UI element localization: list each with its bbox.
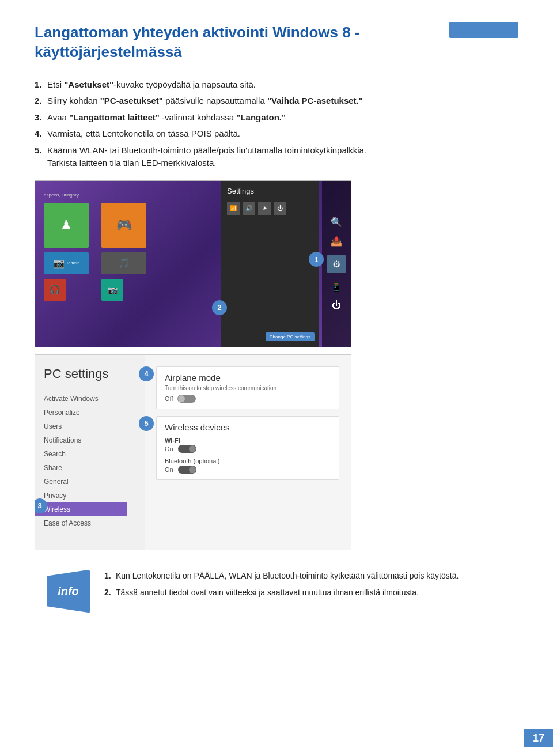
info-num-1: 1. (104, 570, 116, 582)
power-settings-icon: ⏻ (274, 202, 286, 215)
volume-settings-icon: 🔊 (243, 202, 255, 215)
menu-notifications: Notifications (44, 433, 136, 447)
menu-share: Share (44, 461, 136, 475)
wireless-devices-title: Wireless devices (165, 422, 331, 432)
wireless-menu-area: 3 Wireless (44, 502, 136, 516)
wifi-toggle[interactable] (178, 445, 196, 453)
step-num-5: 5. (35, 144, 47, 170)
step-4: 4. Varmista, että Lentokonetila on tässä… (35, 127, 518, 141)
toggle-knob (178, 395, 185, 402)
wifi-status: On (165, 445, 173, 452)
win8-right-area: Settings 📶 🔊 ☀ ⏻ 2 Change PC settings 🔍 … (162, 181, 351, 347)
badge-1: 1 (309, 252, 324, 267)
menu-search: Search (44, 447, 136, 461)
airplane-mode-toggle[interactable] (177, 395, 196, 403)
step-text-3: Avaa "Langattomat laitteet" -valinnat ko… (47, 111, 518, 124)
wifi-toggle-row: On (165, 445, 331, 453)
step-num-2: 2. (35, 94, 47, 108)
bt-toggle[interactable] (178, 466, 196, 474)
info-text-2: Tässä annetut tiedot ovat vain viitteeks… (116, 587, 419, 599)
step-5: 5. Käännä WLAN- tai Bluetooth-toiminto p… (35, 144, 518, 170)
page-number: 17 (524, 729, 553, 747)
airplane-mode-status: Off (165, 395, 173, 402)
share-charm-icon: 📤 (331, 236, 342, 247)
metro-tile-5: 📷 (101, 279, 123, 301)
step-num-3: 3. (35, 111, 47, 124)
menu-general: General (44, 475, 136, 489)
airplane-mode-desc: Turn this on to stop wireless communicat… (165, 385, 331, 391)
info-note-1: 1. Kun Lentokonetila on PÄÄLLÄ, WLAN ja … (104, 570, 506, 582)
step-1: 1. Etsi "Asetukset"-kuvake työpöydältä j… (35, 78, 518, 92)
charm-settings-panel: Settings 📶 🔊 ☀ ⏻ 2 Change PC settings (221, 181, 319, 347)
bt-toggle-knob (189, 466, 196, 473)
title-line2: käyttöjärjestelmässä (35, 43, 182, 61)
step-text-4: Varmista, että Lentokonetila on tässä PO… (47, 127, 518, 141)
metro-tile-1: 🎮 (101, 203, 146, 248)
step-text-5: Käännä WLAN- tai Bluetooth-toiminto pääl… (47, 144, 518, 170)
metro-tiles-area: aspeed, Hungary ♟ 🎮 📷 Camera 🎵 🎧 📷 (35, 181, 162, 347)
settings-icon-row: 📶 🔊 ☀ ⏻ (227, 202, 313, 215)
settings-divider (227, 222, 313, 222)
metro-tile-0: ♟ (44, 203, 89, 248)
info-icon-area: info (47, 570, 93, 616)
settings-panel-header: Settings (227, 187, 313, 195)
search-charm-icon: 🔍 (331, 217, 342, 228)
pc-settings-content: 4 Airplane mode Turn this on to stop wir… (145, 355, 351, 550)
info-section: info 1. Kun Lentokonetila on PÄÄLLÄ, WLA… (35, 561, 518, 625)
win8-screenshot: aspeed, Hungary ♟ 🎮 📷 Camera 🎵 🎧 📷 (35, 180, 351, 347)
airplane-mode-box: Airplane mode Turn this on to stop wirel… (156, 366, 339, 409)
bt-label: Bluetooth (optional) (165, 458, 331, 464)
airplane-mode-title: Airplane mode (165, 373, 331, 383)
badge-5: 5 (139, 416, 154, 431)
step-text-2: Siirry kohdan "PC-asetukset" pääsivulle … (47, 94, 518, 108)
metro-tile-3: 🎵 (101, 252, 146, 274)
step-2: 2. Siirry kohdan "PC-asetukset" pääsivul… (35, 94, 518, 108)
step-num-1: 1. (35, 78, 47, 92)
menu-privacy: Privacy (44, 489, 136, 502)
menu-personalize: Personalize (44, 406, 136, 419)
wifi-label: Wi-Fi (165, 437, 331, 444)
pc-settings-title: PC settings (44, 366, 136, 381)
pc-settings-screenshot: PC settings Activate Windows Personalize… (35, 354, 351, 550)
info-text-area: 1. Kun Lentokonetila on PÄÄLLÄ, WLAN ja … (104, 570, 506, 616)
steps-list: 1. Etsi "Asetukset"-kuvake työpöydältä j… (35, 78, 518, 170)
blue-accent-rect (449, 22, 518, 38)
settings-charm-icon: ⚙ (327, 255, 346, 273)
power-charm-icon: ⏻ (332, 300, 341, 311)
win8-screen: aspeed, Hungary ♟ 🎮 📷 Camera 🎵 🎧 📷 (35, 181, 351, 347)
wireless-devices-box: Wireless devices Wi-Fi On Bluetooth (opt… (156, 416, 339, 480)
menu-ease-of-access: Ease of Access (44, 516, 136, 530)
step-num-4: 4. (35, 127, 47, 141)
pc-settings-sidebar: PC settings Activate Windows Personalize… (35, 355, 145, 550)
info-text-1: Kun Lentokonetila on PÄÄLLÄ, WLAN ja Blu… (116, 570, 459, 582)
settings-charm-area: 1 ⚙ (327, 255, 346, 273)
bt-toggle-row: On (165, 466, 331, 474)
bt-status: On (165, 466, 173, 473)
title-line1: Langattoman yhteyden aktivointi Windows … (35, 24, 360, 41)
wifi-settings-icon: 📶 (227, 202, 240, 215)
change-pc-settings-btn[interactable]: Change PC settings (266, 332, 315, 341)
step-3: 3. Avaa "Langattomat laitteet" -valinnat… (35, 111, 518, 124)
wifi-toggle-knob (189, 445, 196, 452)
info-logo-text: info (58, 585, 79, 598)
metro-tile-4: 🎧 (44, 279, 66, 301)
devices-charm-icon: 📱 (331, 281, 342, 292)
info-arrow-shape: info (47, 570, 90, 613)
info-note-2: 2. Tässä annetut tiedot ovat vain viitte… (104, 587, 506, 599)
location-label: aspeed, Hungary (44, 192, 156, 198)
menu-users: Users (44, 419, 136, 433)
badge-4: 4 (139, 366, 154, 381)
page-title: Langattoman yhteyden aktivointi Windows … (35, 23, 518, 62)
wireless-devices-section: 5 Wireless devices Wi-Fi On Bluetooth (o… (156, 416, 339, 480)
charm-bar: 🔍 📤 1 ⚙ 📱 ⏻ (322, 181, 351, 347)
menu-wireless-active[interactable]: Wireless (35, 502, 127, 516)
info-num-2: 2. (104, 587, 116, 599)
menu-activate-windows: Activate Windows (44, 392, 136, 406)
airplane-mode-section: 4 Airplane mode Turn this on to stop wir… (156, 366, 339, 409)
step-text-1: Etsi "Asetukset"-kuvake työpöydältä ja n… (47, 78, 518, 92)
badge-2: 2 (212, 300, 227, 315)
brightness-settings-icon: ☀ (258, 202, 271, 215)
airplane-mode-toggle-row: Off (165, 395, 331, 403)
metro-tile-2: 📷 Camera (44, 252, 89, 274)
